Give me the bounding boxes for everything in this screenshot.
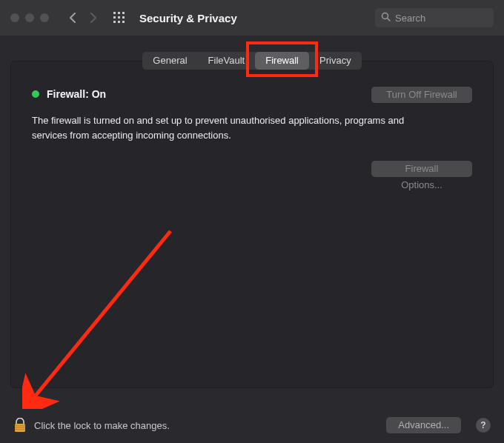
svg-rect-3 [113,16,116,19]
tab-filevault[interactable]: FileVault [198,52,256,70]
titlebar: Security & Privacy Search [0,0,504,36]
help-button[interactable]: ? [476,418,491,433]
back-button[interactable] [64,9,82,27]
turn-off-firewall-button[interactable]: Turn Off Firewall [371,87,472,103]
nav-buttons [64,9,102,27]
tab-privacy[interactable]: Privacy [309,52,362,70]
svg-rect-5 [122,16,125,19]
svg-rect-14 [15,429,25,430]
footer-bar: Click the lock to make changes. Advanced… [0,407,504,443]
window-title: Security & Privacy [139,12,237,24]
zoom-window-button[interactable] [40,13,49,22]
svg-rect-12 [15,425,25,426]
status-indicator-dot [32,90,39,98]
lock-hint-text: Click the lock to make changes. [34,420,170,431]
window-controls [10,13,49,22]
close-window-button[interactable] [10,13,19,22]
firewall-panel: Firewall: On Turn Off Firewall The firew… [10,61,494,388]
forward-button[interactable] [84,9,102,27]
tab-general[interactable]: General [142,52,197,70]
svg-rect-0 [113,12,116,14]
svg-rect-4 [118,16,120,19]
show-all-button[interactable] [113,11,126,24]
svg-rect-7 [118,21,120,23]
firewall-options-button[interactable]: Firewall Options... [371,161,472,177]
svg-rect-2 [122,12,125,14]
lock-icon[interactable] [13,418,27,433]
advanced-button[interactable]: Advanced... [386,417,461,433]
tab-firewall[interactable]: Firewall [255,52,309,70]
svg-rect-1 [118,12,120,14]
svg-rect-6 [113,21,116,23]
firewall-status-label: Firewall: On [47,88,106,100]
tab-bar: General FileVault Firewall Privacy [10,52,494,70]
svg-rect-8 [122,21,125,23]
svg-rect-13 [15,427,25,428]
svg-line-10 [388,19,391,21]
minimize-window-button[interactable] [25,13,34,22]
search-placeholder: Search [395,13,425,24]
search-input[interactable]: Search [375,8,494,27]
firewall-description: The firewall is turned on and set up to … [32,113,432,142]
search-icon [381,12,391,24]
